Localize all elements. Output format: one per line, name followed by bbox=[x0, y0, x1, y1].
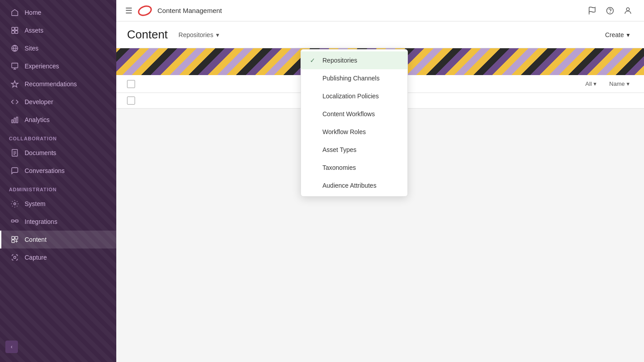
sidebar-item-integrations-label: Integrations bbox=[25, 218, 57, 225]
developer-icon bbox=[10, 97, 19, 106]
sidebar-collapse-button[interactable]: ‹ bbox=[5, 341, 18, 353]
experiences-icon bbox=[10, 62, 19, 71]
capture-icon bbox=[10, 253, 19, 262]
home-icon bbox=[10, 8, 19, 17]
sidebar-item-home-label: Home bbox=[25, 9, 41, 16]
sidebar-item-conversations-label: Conversations bbox=[25, 167, 65, 174]
sidebar-nav: Home Assets Sit bbox=[0, 0, 116, 362]
svg-rect-2 bbox=[12, 31, 14, 34]
svg-point-23 bbox=[627, 8, 630, 11]
sidebar-item-documents[interactable]: Documents bbox=[0, 144, 116, 162]
sidebar-item-analytics-label: Analytics bbox=[25, 116, 50, 123]
main-content: ☰ Content Management bbox=[116, 0, 644, 362]
create-chevron-icon: ▾ bbox=[627, 31, 630, 38]
sidebar-item-experiences[interactable]: Experiences bbox=[0, 57, 116, 75]
sidebar-item-developer[interactable]: Developer bbox=[0, 93, 116, 111]
svg-rect-19 bbox=[14, 257, 16, 259]
user-button[interactable] bbox=[621, 4, 635, 18]
svg-point-13 bbox=[14, 203, 16, 205]
sidebar-item-assets[interactable]: Assets bbox=[0, 21, 116, 39]
dropdown-chevron-icon: ▾ bbox=[216, 31, 219, 38]
sidebar-item-system-label: System bbox=[25, 200, 46, 207]
sidebar-item-recommendations-label: Recommendations bbox=[25, 80, 77, 88]
analytics-icon bbox=[10, 115, 19, 124]
dropdown-item-asset-types[interactable]: Asset Types bbox=[301, 141, 407, 159]
sidebar-item-integrations[interactable]: Integrations bbox=[0, 213, 116, 231]
select-all-checkbox[interactable] bbox=[127, 80, 135, 88]
sidebar-item-system[interactable]: System bbox=[0, 195, 116, 213]
sidebar-item-content-label: Content bbox=[25, 236, 47, 243]
svg-rect-1 bbox=[15, 27, 18, 30]
svg-rect-7 bbox=[14, 118, 16, 123]
dropdown-item-repositories[interactable]: ✓ Repositories bbox=[301, 51, 407, 69]
sidebar: Home Assets Sit bbox=[0, 0, 116, 362]
row-checkbox[interactable] bbox=[127, 97, 135, 105]
dropdown-item-publishing-channels[interactable]: Publishing Channels bbox=[301, 69, 407, 87]
sidebar-item-assets-label: Assets bbox=[25, 27, 43, 34]
dropdown-item-workflow-roles[interactable]: Workflow Roles bbox=[301, 123, 407, 141]
svg-rect-3 bbox=[15, 31, 18, 34]
administration-section-label: ADMINISTRATION bbox=[0, 180, 116, 195]
svg-rect-17 bbox=[15, 236, 18, 239]
name-chevron-icon: ▾ bbox=[627, 80, 630, 87]
svg-rect-5 bbox=[12, 63, 18, 68]
name-sort-button[interactable]: Name ▾ bbox=[606, 79, 633, 89]
sidebar-item-recommendations[interactable]: Recommendations bbox=[0, 75, 116, 93]
repositories-dropdown: ✓ Repositories Publishing Channels Local… bbox=[301, 49, 408, 197]
check-mark-icon: ✓ bbox=[310, 57, 317, 64]
dropdown-item-audience-attributes-label: Audience Attributes bbox=[322, 182, 377, 189]
dropdown-item-localization-policies-label: Localization Policies bbox=[322, 93, 379, 100]
svg-rect-6 bbox=[12, 120, 13, 123]
create-button[interactable]: Create ▾ bbox=[602, 29, 633, 40]
dropdown-item-content-workflows[interactable]: Content Workflows bbox=[301, 105, 407, 123]
oracle-logo-oval bbox=[136, 4, 153, 18]
sites-icon bbox=[10, 44, 19, 53]
integrations-icon bbox=[10, 217, 19, 226]
assets-icon bbox=[10, 26, 19, 35]
dropdown-item-audience-attributes[interactable]: Audience Attributes bbox=[301, 177, 407, 194]
sidebar-item-capture[interactable]: Capture bbox=[0, 248, 116, 266]
sidebar-item-capture-label: Capture bbox=[25, 254, 47, 261]
app-title: Content Management bbox=[157, 7, 580, 14]
menu-icon[interactable]: ☰ bbox=[125, 6, 132, 16]
svg-rect-16 bbox=[12, 236, 14, 239]
sidebar-item-sites[interactable]: Sites bbox=[0, 39, 116, 57]
all-filter-button[interactable]: All ▾ bbox=[582, 79, 600, 89]
create-label: Create bbox=[605, 31, 624, 38]
dropdown-item-taxonomies[interactable]: Taxonomies bbox=[301, 159, 407, 177]
sidebar-item-developer-label: Developer bbox=[25, 98, 53, 105]
dropdown-item-localization-policies[interactable]: Localization Policies bbox=[301, 87, 407, 105]
documents-icon bbox=[10, 148, 19, 157]
app-logo bbox=[138, 4, 152, 18]
svg-rect-0 bbox=[12, 27, 14, 30]
svg-rect-9 bbox=[12, 150, 17, 156]
collaboration-section-label: COLLABORATION bbox=[0, 129, 116, 144]
all-filter-label: All bbox=[585, 80, 592, 87]
sidebar-item-conversations[interactable]: Conversations bbox=[0, 162, 116, 180]
svg-rect-18 bbox=[12, 240, 14, 243]
sidebar-item-home[interactable]: Home bbox=[0, 4, 116, 21]
svg-rect-14 bbox=[12, 220, 14, 222]
topbar-actions bbox=[585, 4, 635, 18]
recommendations-icon bbox=[10, 80, 19, 88]
sidebar-item-experiences-label: Experiences bbox=[25, 63, 59, 70]
sidebar-item-analytics[interactable]: Analytics bbox=[0, 111, 116, 129]
flag-button[interactable] bbox=[585, 4, 599, 18]
sidebar-item-sites-label: Sites bbox=[25, 45, 38, 52]
repositories-label: Repositories bbox=[178, 31, 213, 38]
content-icon bbox=[10, 235, 19, 244]
dropdown-item-asset-types-label: Asset Types bbox=[322, 146, 356, 153]
svg-rect-15 bbox=[16, 220, 18, 222]
dropdown-item-repositories-label: Repositories bbox=[322, 57, 357, 64]
topbar: ☰ Content Management bbox=[116, 0, 644, 21]
dropdown-item-taxonomies-label: Taxonomies bbox=[322, 164, 356, 171]
system-icon bbox=[10, 199, 19, 208]
svg-rect-8 bbox=[17, 117, 18, 123]
svg-point-21 bbox=[607, 7, 614, 14]
sidebar-item-content[interactable]: Content bbox=[0, 231, 116, 248]
page-title: Content bbox=[127, 28, 168, 42]
name-sort-label: Name bbox=[609, 80, 625, 87]
repositories-button[interactable]: Repositories ▾ bbox=[175, 29, 223, 40]
conversations-icon bbox=[10, 166, 19, 175]
help-button[interactable] bbox=[603, 4, 617, 18]
